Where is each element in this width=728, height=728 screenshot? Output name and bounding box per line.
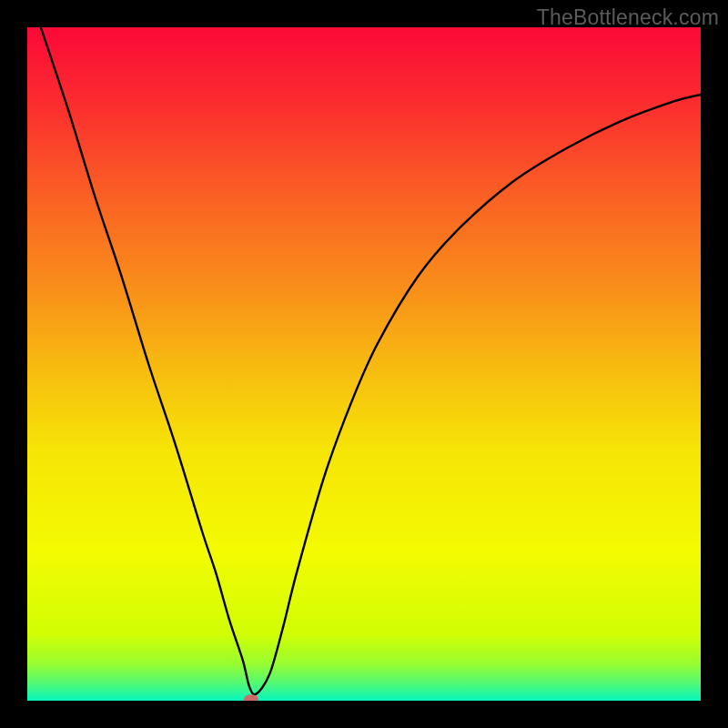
watermark-text: TheBottleneck.com — [537, 5, 719, 30]
valley-marker — [244, 694, 258, 701]
gradient-background — [27, 27, 701, 701]
chart-plot-area — [27, 27, 701, 701]
chart-svg — [27, 27, 701, 701]
